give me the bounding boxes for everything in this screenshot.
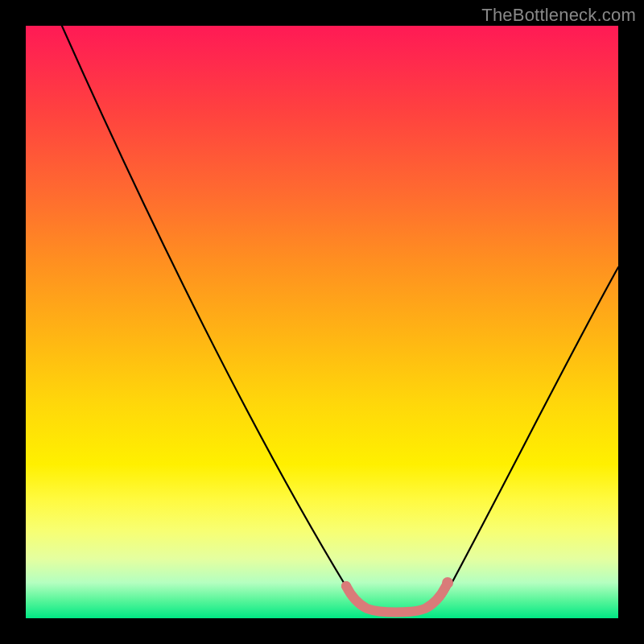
bottleneck-curve-left [55,26,372,612]
chart-frame: TheBottleneck.com [0,0,644,644]
watermark-text: TheBottleneck.com [481,5,636,26]
optimal-marker-dot-left [341,581,351,591]
optimal-marker-dot [442,577,453,588]
optimal-marker-path [346,586,446,613]
curve-svg [26,26,618,618]
bottleneck-curve-right [420,267,618,612]
plot-area [26,26,618,618]
